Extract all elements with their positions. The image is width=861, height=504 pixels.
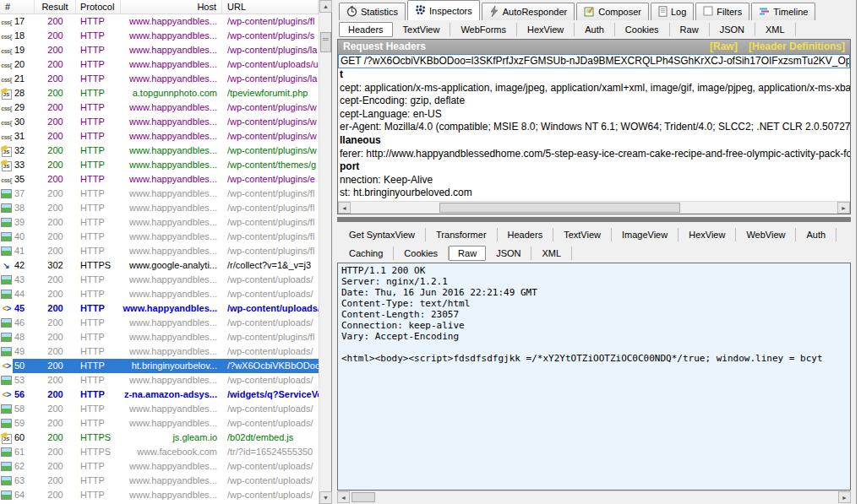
tab-composer[interactable]: Composer bbox=[576, 3, 649, 20]
session-result: 200 bbox=[35, 344, 76, 359]
scroll-right-arrow[interactable]: ► bbox=[837, 202, 850, 214]
scroll-up-arrow[interactable]: ▲ bbox=[319, 0, 332, 13]
request-tab-cookies[interactable]: Cookies bbox=[615, 23, 670, 36]
session-url: /wp-content/uploads/ bbox=[222, 373, 319, 387]
response-inspector-tab-bar-1: Get SyntaxViewTransformerHeadersTextView… bbox=[337, 225, 861, 244]
session-row-61[interactable]: 61200HTTPSwww.facebook.com/tr/?id=165245… bbox=[0, 445, 319, 459]
session-row-63[interactable]: 63200HTTPwww.happyandbles.../wp-content/… bbox=[0, 474, 319, 488]
response-raw-text[interactable]: HTTP/1.1 200 OK Server: nginx/1.2.1 Date… bbox=[338, 263, 850, 366]
session-host: www.happyandbles... bbox=[121, 72, 222, 86]
session-row-39[interactable]: 39200HTTPwww.happyandbles.../wp-content/… bbox=[0, 215, 319, 230]
session-row-56[interactable]: <>56200HTTPz-na.amazon-adsys.../widgets/… bbox=[0, 387, 319, 402]
tab-autoresponder[interactable]: AutoResponder bbox=[482, 3, 575, 20]
scrollbar-thumb[interactable] bbox=[351, 492, 375, 502]
session-result: 200 bbox=[35, 86, 76, 100]
session-row-49[interactable]: 49200HTTPwww.happyandbles.../wp-content/… bbox=[0, 344, 319, 359]
session-row-48[interactable]: 48200HTTPwww.happyandbles.../wp-content/… bbox=[0, 330, 319, 344]
scrollbar-thumb[interactable] bbox=[439, 203, 680, 213]
session-row-21[interactable]: css{21200HTTPwww.happyandbles.../wp-cont… bbox=[0, 72, 319, 86]
session-row-41[interactable]: 41200HTTPwww.happyandbles.../wp-content/… bbox=[0, 244, 319, 258]
session-row-59[interactable]: 59200HTTPwww.happyandbles.../wp-content/… bbox=[0, 416, 319, 431]
session-row-20[interactable]: css{20200HTTPwww.happyandbles.../wp-cont… bbox=[0, 57, 319, 72]
response-tab-auth[interactable]: Auth bbox=[796, 228, 836, 241]
request-tab-raw[interactable]: Raw bbox=[670, 23, 710, 36]
tab-timeline[interactable]: Timeline bbox=[751, 3, 815, 20]
tab-statistics[interactable]: Statistics bbox=[339, 3, 406, 20]
request-header-line: ferer: http://www.happyandblessedhome.co… bbox=[338, 148, 850, 161]
session-row-45[interactable]: <>45200HTTPwww.happyandbles.../wp-conten… bbox=[0, 301, 319, 316]
session-icon-cell: ↘ bbox=[0, 258, 13, 273]
session-row-53[interactable]: 53200HTTPwww.happyandbles.../wp-content/… bbox=[0, 373, 319, 387]
request-tab-xml[interactable]: XML bbox=[755, 23, 796, 36]
session-row-29[interactable]: css{29200HTTPwww.happyandbles.../wp-cont… bbox=[0, 100, 319, 115]
response-tab-headers[interactable]: Headers bbox=[498, 228, 554, 241]
request-tab-auth[interactable]: Auth bbox=[575, 23, 615, 36]
session-row-42[interactable]: ↘42302HTTPSwww.google-analyti.../r/colle… bbox=[0, 258, 319, 273]
header-definitions-link[interactable]: [Header Definitions] bbox=[749, 41, 845, 52]
request-tab-headers[interactable]: Headers bbox=[339, 22, 393, 37]
session-row-32[interactable]: JS32200HTTPwww.happyandbles.../wp-conten… bbox=[0, 144, 319, 158]
session-number: 19 bbox=[13, 43, 35, 57]
request-tab-textview[interactable]: TextView bbox=[393, 23, 451, 36]
request-tab-json[interactable]: JSON bbox=[710, 23, 755, 36]
session-row-18[interactable]: css{18200HTTPwww.happyandbles.../wp-cont… bbox=[0, 29, 319, 43]
request-horizontal-scrollbar[interactable]: ◄ ► bbox=[338, 201, 850, 214]
tab-log[interactable]: Log bbox=[651, 3, 694, 20]
session-row-35[interactable]: css{35200HTTPwww.happyandbles.../wp-cont… bbox=[0, 172, 319, 187]
column-header-number[interactable]: # bbox=[0, 0, 35, 14]
request-tab-webforms[interactable]: WebForms bbox=[450, 23, 517, 36]
scroll-left-arrow[interactable]: ◄ bbox=[337, 491, 350, 503]
session-row-58[interactable]: 58200HTTPwww.happyandbles.../wp-content/… bbox=[0, 402, 319, 416]
scrollbar-thumb[interactable] bbox=[320, 32, 331, 52]
session-row-30[interactable]: css{30200HTTPwww.happyandbles.../wp-cont… bbox=[0, 115, 319, 129]
tab-filters[interactable]: Filters bbox=[695, 3, 749, 20]
session-row-28[interactable]: JS28200HTTPa.topgunnphoto.com/tpeviewfor… bbox=[0, 86, 319, 100]
session-host: www.happyandbles... bbox=[121, 459, 222, 474]
column-header-url[interactable]: URL bbox=[222, 0, 319, 14]
session-protocol: HTTP bbox=[76, 172, 121, 187]
response-tab-caching[interactable]: Caching bbox=[339, 247, 394, 260]
response-tab-xml[interactable]: XML bbox=[531, 247, 572, 260]
tab-inspectors[interactable]: Inspectors bbox=[407, 0, 480, 20]
session-row-43[interactable]: 43200HTTPwww.happyandbles.../wp-content/… bbox=[0, 273, 319, 287]
scroll-down-arrow[interactable]: ▼ bbox=[319, 491, 332, 504]
response-tab-transformer[interactable]: Transformer bbox=[426, 228, 498, 241]
session-row-60[interactable]: JS60200HTTPSjs.gleam.io/b02dt/embed.js bbox=[0, 431, 319, 445]
session-host: www.happyandbles... bbox=[121, 230, 222, 244]
session-url: /wp-content/uploads/ bbox=[222, 273, 319, 287]
session-list-vertical-scrollbar[interactable]: ▲ ▼ bbox=[319, 0, 331, 504]
request-tab-hexview[interactable]: HexView bbox=[517, 23, 575, 36]
response-tab-cookies[interactable]: Cookies bbox=[394, 247, 449, 260]
inspector-splitter[interactable] bbox=[337, 215, 851, 224]
scroll-right-arrow[interactable]: ► bbox=[838, 491, 851, 503]
session-row-33[interactable]: JS33200HTTPwww.happyandbles.../wp-conten… bbox=[0, 158, 319, 172]
session-row-62[interactable]: 62200HTTPwww.happyandbles.../wp-content/… bbox=[0, 459, 319, 474]
scroll-left-arrow[interactable]: ◄ bbox=[338, 202, 351, 214]
response-tab-imageview[interactable]: ImageView bbox=[612, 228, 678, 241]
session-row-37[interactable]: 37200HTTPwww.happyandbles.../wp-content/… bbox=[0, 187, 319, 201]
session-row-50[interactable]: <>50200HTTPht.bringinyourbelov.../?wX6Oc… bbox=[0, 359, 319, 373]
response-tab-get-syntaxview[interactable]: Get SyntaxView bbox=[339, 228, 426, 241]
response-tab-raw[interactable]: Raw bbox=[449, 246, 486, 261]
column-header-protocol[interactable]: Protocol bbox=[76, 0, 121, 14]
session-row-64[interactable]: 64200HTTPwww.happyandbles.../wp-content/… bbox=[0, 488, 319, 502]
response-tab-json[interactable]: JSON bbox=[486, 247, 531, 260]
response-tab-textview[interactable]: TextView bbox=[553, 228, 612, 241]
session-row-46[interactable]: 46200HTTPwww.happyandbles.../wp-content/… bbox=[0, 316, 319, 330]
raw-link[interactable]: [Raw] bbox=[710, 41, 738, 52]
session-row-19[interactable]: css{19200HTTPwww.happyandbles.../wp-cont… bbox=[0, 43, 319, 57]
session-result: 200 bbox=[35, 72, 76, 86]
session-protocol: HTTP bbox=[76, 402, 121, 416]
session-row-40[interactable]: 40200HTTPwww.happyandbles.../wp-content/… bbox=[0, 230, 319, 244]
request-line[interactable]: GET /?wX6OcbiVKBbODoo=l3SKfPrfJxzFGMSUb-… bbox=[338, 54, 850, 68]
session-row-17[interactable]: css{17200HTTPwww.happyandbles.../wp-cont… bbox=[0, 14, 319, 29]
session-row-31[interactable]: css{31200HTTPwww.happyandbles.../wp-cont… bbox=[0, 129, 319, 144]
session-row-44[interactable]: 44200HTTPwww.happyandbles.../wp-content/… bbox=[0, 287, 319, 301]
response-tab-hexview[interactable]: HexView bbox=[678, 228, 736, 241]
response-tab-webview[interactable]: WebView bbox=[736, 228, 796, 241]
column-header-host[interactable]: Host bbox=[121, 0, 222, 14]
session-row-38[interactable]: 38200HTTPwww.happyandbles.../wp-content/… bbox=[0, 201, 319, 215]
column-header-result[interactable]: Result bbox=[35, 0, 76, 14]
request-header-line: cept-Encoding: gzip, deflate bbox=[338, 95, 850, 108]
response-horizontal-scrollbar[interactable]: ◄ ► bbox=[337, 490, 851, 503]
